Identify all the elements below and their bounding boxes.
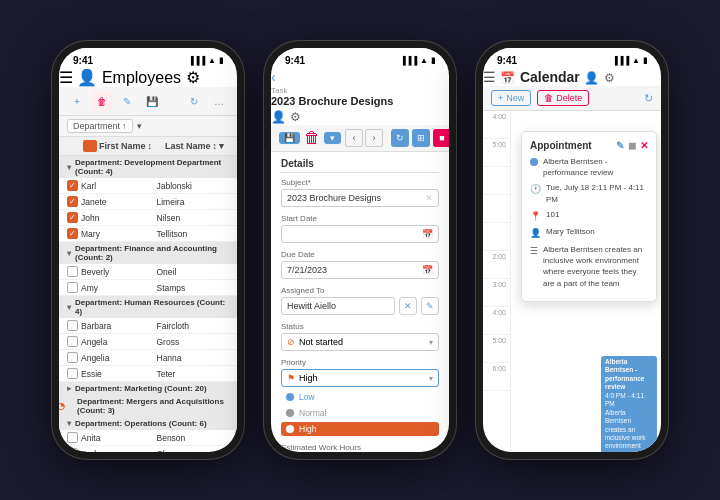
calendar-icon-2[interactable]: 📅 bbox=[422, 265, 433, 275]
emp-first: Karl bbox=[81, 181, 154, 191]
sort-icon: ↑ bbox=[122, 121, 127, 131]
checkbox[interactable]: ✓ bbox=[67, 212, 78, 223]
wifi-icon-2: ▲ bbox=[420, 56, 428, 65]
clear-assigned-btn[interactable]: ✕ bbox=[399, 297, 417, 315]
status-label: Status bbox=[281, 322, 439, 331]
priority-select[interactable]: ⚑ High ▾ bbox=[281, 369, 439, 387]
dept-row-hr[interactable]: ▾ Department: Human Resources (Count: 4) bbox=[59, 296, 237, 318]
task-action-btn-1[interactable]: ↻ bbox=[391, 129, 409, 147]
subject-input[interactable]: 2023 Brochure Designs ✕ bbox=[281, 189, 439, 207]
cal-delete-button[interactable]: 🗑 Delete bbox=[537, 90, 589, 106]
task-action-btn-3[interactable]: ■ bbox=[433, 129, 449, 147]
priority-opt-high[interactable]: High bbox=[281, 422, 439, 436]
emp-row[interactable]: Angelia Hanna bbox=[59, 350, 237, 366]
esthours-label: Estimated Work Hours bbox=[281, 443, 439, 452]
emp-row[interactable]: Amy Stamps bbox=[59, 280, 237, 296]
dept-row-operations[interactable]: ▾ Department: Operations (Count: 6) bbox=[59, 417, 237, 430]
checkbox[interactable] bbox=[67, 368, 78, 379]
calendar-icon[interactable]: 📅 bbox=[422, 229, 433, 239]
refresh-button[interactable]: ↻ bbox=[184, 91, 204, 111]
time-slot-empty1 bbox=[483, 167, 510, 195]
color-col-header bbox=[83, 140, 97, 152]
dept-row-development[interactable]: ▾ Department: Development Department (Co… bbox=[59, 156, 237, 178]
emp-first: Anita bbox=[81, 433, 154, 443]
status-select[interactable]: ⊘ Not started ▾ bbox=[281, 333, 439, 351]
emp-row[interactable]: Barbara Faircloth bbox=[59, 318, 237, 334]
filter-tag[interactable]: Department ↑ bbox=[67, 119, 133, 133]
emp-row[interactable]: Angela Gross bbox=[59, 334, 237, 350]
priority-opt-low[interactable]: Low bbox=[281, 390, 439, 404]
dept-row-mergers[interactable]: ◔ Department: Mergers and Acquisitions (… bbox=[59, 395, 237, 417]
checkbox[interactable] bbox=[67, 282, 78, 293]
checkbox[interactable] bbox=[67, 266, 78, 277]
checkbox[interactable] bbox=[67, 352, 78, 363]
assignedto-field: Assigned To Hewitt Aiello ✕ ✎ bbox=[281, 286, 439, 315]
emp-row[interactable]: Beverly Oneil bbox=[59, 264, 237, 280]
task-save-button[interactable]: 💾 bbox=[279, 132, 300, 144]
time-slot-200: 2:00 bbox=[483, 251, 510, 279]
emp-row[interactable]: Essie Teter bbox=[59, 366, 237, 382]
cal-user-icon[interactable]: 👤 bbox=[584, 71, 599, 85]
more-button[interactable]: … bbox=[209, 91, 229, 111]
task-action-btn-2[interactable]: ⊞ bbox=[412, 129, 430, 147]
assigned-input[interactable]: Hewitt Aiello bbox=[281, 297, 395, 315]
add-button[interactable]: + bbox=[67, 91, 87, 111]
emp-row[interactable]: Barbara Chapman bbox=[59, 446, 237, 452]
cal-menu-icon[interactable]: ☰ bbox=[483, 69, 496, 85]
checkbox[interactable]: ✓ bbox=[67, 228, 78, 239]
save-button[interactable]: 💾 bbox=[142, 91, 162, 111]
task-form-body: Details Subject* 2023 Brochure Designs ✕… bbox=[271, 152, 449, 452]
checkbox[interactable] bbox=[67, 448, 78, 452]
duedate-input[interactable]: 7/21/2023 📅 bbox=[281, 261, 439, 279]
emp-row[interactable]: ✓ Mary Tellitson bbox=[59, 226, 237, 242]
gear-icon[interactable]: ⚙ bbox=[186, 69, 200, 86]
dept-row-marketing[interactable]: ▸ Department: Marketing (Count: 20) bbox=[59, 382, 237, 395]
edit-button[interactable]: ✎ bbox=[117, 91, 137, 111]
user-icon-2[interactable]: 👤 bbox=[271, 110, 286, 124]
back-button[interactable]: ‹ bbox=[271, 69, 276, 85]
checkbox[interactable] bbox=[67, 320, 78, 331]
checkbox[interactable] bbox=[67, 432, 78, 443]
startdate-input[interactable]: 📅 bbox=[281, 225, 439, 243]
esthours-field: Estimated Work Hours 13 ▲ ▼ bbox=[281, 443, 439, 452]
time-label: 2:00 bbox=[492, 253, 506, 260]
delete-button[interactable]: 🗑 bbox=[92, 91, 112, 111]
mini-event-time: 4:0 PM - 4:11 PM bbox=[605, 392, 653, 409]
dept-name: Department: Marketing (Count: 20) bbox=[75, 384, 207, 393]
emp-last: Chapman bbox=[157, 449, 230, 453]
location-icon: 📍 bbox=[530, 210, 541, 223]
nav-next-button[interactable]: › bbox=[365, 129, 383, 147]
checkbox[interactable]: ✓ bbox=[67, 196, 78, 207]
emp-first: Janete bbox=[81, 197, 154, 207]
task-more-button[interactable]: ▾ bbox=[324, 132, 341, 144]
emp-last: Nilsen bbox=[157, 213, 230, 223]
emp-row[interactable]: Anita Benson bbox=[59, 430, 237, 446]
emp-row[interactable]: ✓ Karl Jablonski bbox=[59, 178, 237, 194]
checkbox[interactable]: ✓ bbox=[67, 180, 78, 191]
priority-opt-normal[interactable]: Normal bbox=[281, 406, 439, 420]
duedate-field: Due Date 7/21/2023 📅 bbox=[281, 250, 439, 279]
cal-refresh-icon[interactable]: ↻ bbox=[644, 92, 653, 105]
menu-icon[interactable]: ☰ bbox=[59, 69, 73, 86]
mini-event[interactable]: Alberta Berntsen - performance review 4:… bbox=[601, 356, 657, 452]
dept-row-finance[interactable]: ▾ Department: Finance and Accounting (Co… bbox=[59, 242, 237, 264]
appt-close-button[interactable]: ✕ bbox=[640, 140, 648, 151]
filter-icon[interactable]: ▾ bbox=[137, 121, 142, 131]
normal-dot bbox=[286, 409, 294, 417]
nav-prev-button[interactable]: ‹ bbox=[345, 129, 363, 147]
cal-new-button[interactable]: + New bbox=[491, 90, 531, 106]
lastname-col-header[interactable]: Last Name ↕ ▾ bbox=[165, 141, 229, 151]
task-delete-button[interactable]: 🗑 bbox=[304, 129, 320, 147]
firstname-col-header[interactable]: First Name ↕ bbox=[99, 141, 163, 151]
gear-icon-2[interactable]: ⚙ bbox=[290, 110, 301, 124]
emp-row[interactable]: ✓ John Nilsen bbox=[59, 210, 237, 226]
checkbox[interactable] bbox=[67, 336, 78, 347]
cal-gear-icon[interactable]: ⚙ bbox=[604, 71, 615, 85]
appt-edit-button[interactable]: ✎ bbox=[616, 140, 624, 151]
emp-row[interactable]: ✓ Janete Limeira bbox=[59, 194, 237, 210]
user-icon[interactable]: 👤 bbox=[77, 69, 97, 86]
edit-assigned-btn[interactable]: ✎ bbox=[421, 297, 439, 315]
priority-options: Low Normal High bbox=[281, 390, 439, 436]
clock-icon: 🕐 bbox=[530, 183, 541, 196]
clear-icon[interactable]: ✕ bbox=[425, 193, 433, 203]
